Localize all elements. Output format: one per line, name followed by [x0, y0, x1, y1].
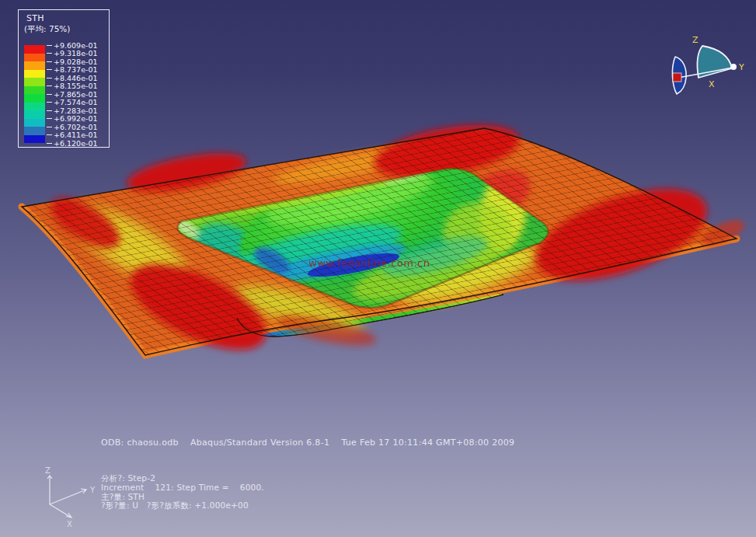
state-line-increment: Increment 121: Step Time = 6000.: [101, 483, 264, 493]
legend-label: +8.737e-01: [47, 65, 98, 74]
triad-y-label: Y: [89, 486, 96, 494]
compass-y-label: Y: [738, 62, 744, 72]
legend-label: +6.702e-01: [47, 123, 98, 131]
legend-chip: [24, 61, 45, 70]
legend-label: +7.283e-01: [47, 106, 98, 115]
legend-chip: [24, 127, 45, 135]
legend-label: +7.865e-01: [47, 90, 98, 99]
state-line-deformed: ?形?量: U ?形?放系数: +1.000e+00: [101, 501, 264, 511]
legend-label: +8.446e-01: [47, 74, 98, 82]
abaqus-viewport: { "viewport": { "application": "Abaqus/C…: [0, 0, 756, 537]
legend-subtitle: (平均: 75%): [24, 24, 70, 35]
watermark-text: www.feaonline.com.cn: [308, 257, 430, 269]
compass-free-rotate-dot[interactable]: [730, 64, 737, 70]
legend-chip: [24, 119, 45, 127]
coordinate-triad: Z Y X: [35, 465, 105, 535]
compass-origin-handle[interactable]: [673, 73, 681, 82]
legend-chip: [24, 54, 45, 62]
legend-colorbar: [24, 45, 45, 143]
triad-z-label: Z: [45, 466, 51, 475]
legend-label: +6.120e-01: [47, 139, 98, 148]
contour-legend: STH (平均: 75%) +9.609e-01+9.318e-01+9.028…: [18, 9, 110, 148]
legend-label: +9.028e-01: [47, 58, 98, 66]
legend-label: +9.318e-01: [47, 49, 98, 58]
legend-chip: [24, 110, 45, 119]
legend-title: STH: [26, 13, 44, 23]
triad-x-label: X: [67, 520, 72, 528]
legend-chip: [24, 94, 45, 103]
legend-chip: [24, 135, 45, 144]
legend-chip: [24, 86, 45, 95]
legend-label: +9.609e-01: [47, 41, 98, 50]
compass-x-label: X: [709, 79, 715, 89]
legend-chip: [24, 103, 45, 111]
legend-label: +6.411e-01: [47, 131, 98, 139]
compass-z-label: Z: [692, 35, 699, 45]
legend-chip: [24, 70, 45, 78]
legend-label: +6.992e-01: [47, 114, 98, 123]
state-block: 分析?: Step-2 Increment 121: Step Time = 6…: [101, 474, 264, 511]
legend-chip: [24, 78, 45, 86]
view-compass-widget[interactable]: Z Y X: [653, 23, 756, 113]
legend-label: +8.155e-01: [47, 82, 98, 90]
legend-chip: [24, 45, 45, 54]
legend-label: +7.574e-01: [47, 98, 98, 106]
odb-info-line: ODB: chaosu.odb Abaqus/Standard Version …: [101, 438, 514, 448]
